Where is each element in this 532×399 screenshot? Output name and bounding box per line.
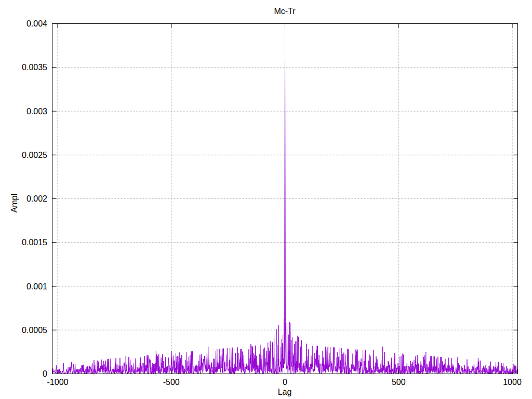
- y-tick-label: 0.002: [26, 194, 47, 203]
- y-tick-label: 0.0035: [22, 63, 47, 72]
- x-tick-label: -1000: [47, 378, 69, 387]
- x-axis-label: Lag: [278, 388, 292, 396]
- chart-title: Mc-Tr: [274, 7, 296, 16]
- x-tick-label: -500: [163, 378, 180, 387]
- y-tick-label: 0.001: [26, 282, 47, 291]
- correlation-plot: -1000-5000500100000.00050.0010.00150.002…: [0, 0, 532, 399]
- x-tick-label: 1000: [503, 378, 522, 387]
- y-axis-label: Ampl: [10, 194, 19, 212]
- y-tick-label: 0: [43, 369, 47, 378]
- y-tick-label: 0.0005: [22, 326, 47, 335]
- x-tick-label: 0: [283, 378, 287, 387]
- y-tick-label: 0.004: [26, 19, 47, 28]
- y-tick-label: 0.0025: [22, 151, 47, 159]
- y-tick-label: 0.0015: [22, 238, 47, 247]
- gnuplot-window: -1000-5000500100000.00050.0010.00150.002…: [0, 0, 532, 399]
- plot-background: [0, 0, 532, 399]
- y-tick-label: 0.003: [26, 107, 47, 116]
- x-tick-label: 500: [392, 378, 406, 387]
